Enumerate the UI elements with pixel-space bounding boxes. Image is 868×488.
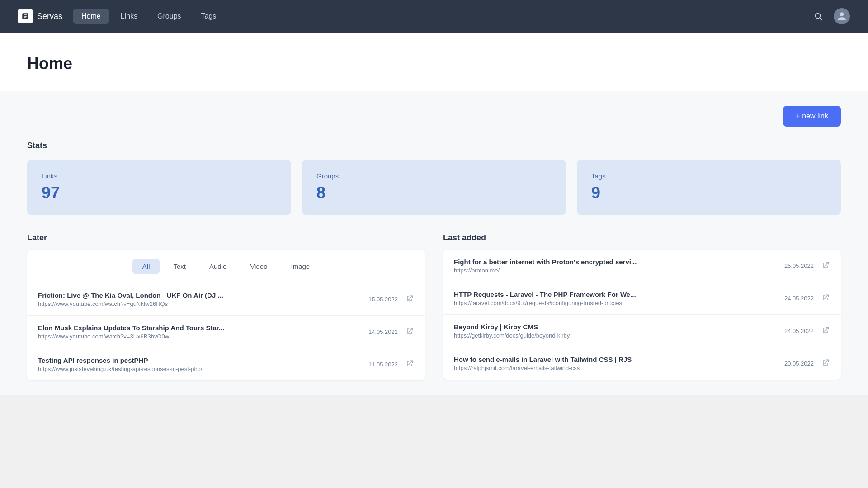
external-link-icon[interactable] xyxy=(405,327,414,338)
link-date: 15.05.2022 xyxy=(368,296,398,303)
external-link-icon[interactable] xyxy=(821,261,830,272)
link-url: https://www.youtube.com/watch?v=guNktw26… xyxy=(38,300,368,307)
last-added-list-item[interactable]: Fight for a better internet with Proton'… xyxy=(443,250,841,282)
filter-tab-all[interactable]: All xyxy=(132,259,160,274)
link-info: How to send e-mails in Laravel with Tail… xyxy=(454,356,784,371)
stat-label: Links xyxy=(42,172,277,180)
secondary-area: + new link Stats Links 97 Groups 8 Tags … xyxy=(0,91,868,395)
link-title: Fight for a better internet with Proton'… xyxy=(454,258,644,266)
last-added-list-item[interactable]: HTTP Requests - Laravel - The PHP Framew… xyxy=(443,282,841,315)
last-added-section: Last added Fight for a better internet w… xyxy=(443,233,841,380)
link-date: 24.05.2022 xyxy=(784,295,814,302)
stat-value: 8 xyxy=(316,183,552,202)
user-avatar[interactable] xyxy=(834,8,850,24)
stat-value: 9 xyxy=(591,183,826,202)
filter-tab-image[interactable]: Image xyxy=(281,259,320,274)
external-link-icon[interactable] xyxy=(821,358,830,369)
filter-tab-video[interactable]: Video xyxy=(240,259,277,274)
link-date: 25.05.2022 xyxy=(784,263,814,269)
link-title: How to send e-mails in Laravel with Tail… xyxy=(454,356,644,363)
link-url: https://getkirby.com/docs/guide/beyond-k… xyxy=(454,332,784,339)
link-url: https://www.juststeveking.uk/testing-api… xyxy=(38,366,368,372)
link-date: 14.05.2022 xyxy=(368,328,398,335)
last-added-list-item[interactable]: Beyond Kirby | Kirby CMS https://getkirb… xyxy=(443,315,841,347)
nav-home[interactable]: Home xyxy=(73,9,109,24)
filter-tab-audio[interactable]: Audio xyxy=(199,259,236,274)
logo[interactable]: Servas xyxy=(18,9,62,23)
link-date: 11.05.2022 xyxy=(368,361,398,368)
link-url: https://proton.me/ xyxy=(454,267,784,274)
link-date: 24.05.2022 xyxy=(784,328,814,334)
last-added-list-item[interactable]: How to send e-mails in Laravel with Tail… xyxy=(443,347,841,380)
last-added-card: Fight for a better internet with Proton'… xyxy=(443,250,841,380)
nav-tags[interactable]: Tags xyxy=(193,9,225,24)
search-button[interactable] xyxy=(810,8,826,24)
link-url: https://ralphjsmit.com/laravel-emails-ta… xyxy=(454,365,784,371)
external-link-icon[interactable] xyxy=(405,294,414,305)
nav-links[interactable]: Links xyxy=(113,9,146,24)
filter-tabs: AllTextAudioVideoImage xyxy=(27,250,425,283)
link-info: Beyond Kirby | Kirby CMS https://getkirb… xyxy=(454,323,784,339)
filter-tab-text[interactable]: Text xyxy=(163,259,196,274)
stat-label: Tags xyxy=(591,172,826,180)
nav-groups[interactable]: Groups xyxy=(149,9,189,24)
two-col-layout: Later AllTextAudioVideoImage Friction: L… xyxy=(27,233,841,380)
page-title: Home xyxy=(27,54,841,91)
link-info: Friction: Live @ The Kia Oval, London - … xyxy=(38,291,368,307)
last-added-list: Fight for a better internet with Proton'… xyxy=(443,250,841,380)
later-title: Later xyxy=(27,233,425,243)
later-list-item[interactable]: Testing API responses in pestPHP https:/… xyxy=(27,348,425,380)
stat-card: Groups 8 xyxy=(302,160,566,215)
external-link-icon[interactable] xyxy=(821,326,830,337)
stats-title: Stats xyxy=(27,141,841,150)
new-link-button[interactable]: + new link xyxy=(783,106,841,127)
stat-value: 97 xyxy=(42,183,277,202)
link-info: Testing API responses in pestPHP https:/… xyxy=(38,357,368,372)
link-info: Fight for a better internet with Proton'… xyxy=(454,258,784,274)
link-title: Testing API responses in pestPHP xyxy=(38,357,228,364)
later-card: AllTextAudioVideoImage Friction: Live @ … xyxy=(27,250,425,380)
link-date: 20.05.2022 xyxy=(784,360,814,367)
later-section: Later AllTextAudioVideoImage Friction: L… xyxy=(27,233,425,380)
stat-card: Tags 9 xyxy=(577,160,841,215)
stat-label: Groups xyxy=(316,172,552,180)
stats-grid: Links 97 Groups 8 Tags 9 xyxy=(27,160,841,215)
external-link-icon[interactable] xyxy=(405,359,414,370)
link-title: Elon Musk Explains Updates To Starship A… xyxy=(38,324,228,332)
link-title: HTTP Requests - Laravel - The PHP Framew… xyxy=(454,291,644,298)
link-title: Beyond Kirby | Kirby CMS xyxy=(454,323,644,331)
toolbar: + new link xyxy=(27,106,841,127)
stats-section: Stats Links 97 Groups 8 Tags 9 xyxy=(27,141,841,215)
link-info: HTTP Requests - Laravel - The PHP Framew… xyxy=(454,291,784,306)
last-added-title: Last added xyxy=(443,233,841,243)
logo-icon xyxy=(18,9,33,23)
link-info: Elon Musk Explains Updates To Starship A… xyxy=(38,324,368,340)
link-title: Friction: Live @ The Kia Oval, London - … xyxy=(38,291,228,299)
main-content: Home xyxy=(0,33,868,91)
link-url: https://laravel.com/docs/9.x/requests#co… xyxy=(454,300,784,306)
later-list-item[interactable]: Elon Musk Explains Updates To Starship A… xyxy=(27,316,425,348)
later-list: Friction: Live @ The Kia Oval, London - … xyxy=(27,283,425,380)
stat-card: Links 97 xyxy=(27,160,291,215)
app-name: Servas xyxy=(37,12,62,21)
later-list-item[interactable]: Friction: Live @ The Kia Oval, London - … xyxy=(27,283,425,316)
link-url: https://www.youtube.com/watch?v=3Ux6B3bv… xyxy=(38,333,368,340)
external-link-icon[interactable] xyxy=(821,293,830,304)
